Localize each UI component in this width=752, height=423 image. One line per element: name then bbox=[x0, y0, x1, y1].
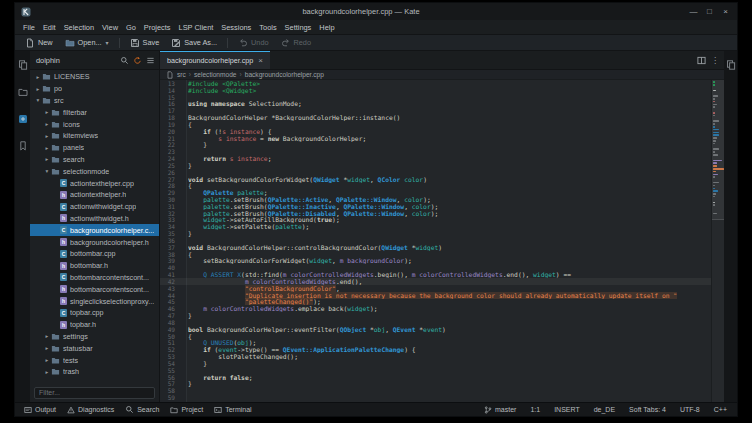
tree-item-licenses[interactable]: ▸LICENSES bbox=[30, 71, 159, 83]
status-toggle-diagnostics[interactable]: Diagnostics bbox=[62, 404, 119, 416]
maximize-button[interactable]: □ bbox=[703, 5, 716, 18]
dock-button-file-browser-icon[interactable] bbox=[18, 83, 28, 101]
status-toggle-output[interactable]: Output bbox=[19, 404, 61, 416]
expand-arrow-icon[interactable]: ▸ bbox=[43, 109, 51, 115]
tree-item-po[interactable]: ▸po bbox=[30, 83, 159, 95]
tree-item-actiontexthelper-h[interactable]: hactiontexthelper.h bbox=[30, 189, 159, 201]
search-icon[interactable] bbox=[120, 51, 129, 69]
expand-arrow-icon[interactable]: ▸ bbox=[34, 74, 42, 80]
expand-arrow-icon[interactable]: ▸ bbox=[43, 345, 51, 351]
status-de-de[interactable]: de_DE bbox=[588, 406, 621, 413]
tree-item-bottombar-h[interactable]: hbottombar.h bbox=[30, 260, 159, 272]
refresh-icon[interactable] bbox=[133, 51, 142, 69]
expand-arrow-icon[interactable]: ▸ bbox=[43, 156, 51, 162]
menu-sessions[interactable]: Sessions bbox=[217, 22, 255, 33]
expand-arrow-icon[interactable]: ▸ bbox=[43, 145, 51, 151]
hamburger-menu-icon[interactable] bbox=[146, 51, 155, 69]
open-button[interactable]: Open...▾ bbox=[60, 37, 114, 49]
chevron-down-icon: ▾ bbox=[106, 39, 109, 46]
tree-item-actiontexthelper-cpp[interactable]: Cactiontexthelper.cpp bbox=[30, 177, 159, 189]
tree-item-label: search bbox=[63, 155, 85, 164]
menu-tools[interactable]: Tools bbox=[255, 22, 280, 33]
tree-item-search[interactable]: ▸search bbox=[30, 154, 159, 166]
tree-item-label: statusbar bbox=[63, 344, 93, 353]
tree-item-trash[interactable]: ▸trash bbox=[30, 366, 159, 378]
tree-item-topbar-cpp[interactable]: Ctopbar.cpp bbox=[30, 307, 159, 319]
tab-label: backgroundcolorhelper.cpp bbox=[167, 56, 253, 65]
tree-item-bottombarcontentscont[interactable]: Cbottombarcontentscont... bbox=[30, 272, 159, 284]
dock-button-documents-icon[interactable] bbox=[18, 56, 28, 74]
status-toggle-search[interactable]: Search bbox=[120, 404, 164, 416]
expand-arrow-icon[interactable]: ▸ bbox=[43, 333, 51, 339]
status-soft-tabs-4[interactable]: Soft Tabs: 4 bbox=[623, 406, 672, 413]
tab-close-icon[interactable]: × bbox=[258, 57, 263, 65]
menu-settings[interactable]: Settings bbox=[281, 22, 316, 33]
tab-backgroundcolorhelper-cpp[interactable]: backgroundcolorhelper.cpp× bbox=[160, 51, 270, 69]
dock-button-bookmarks-icon[interactable] bbox=[18, 137, 28, 155]
tree-item-selectionmode[interactable]: ▾selectionmode bbox=[30, 165, 159, 177]
tree-item-kitemviews[interactable]: ▸kitemviews bbox=[30, 130, 159, 142]
tree-item-backgroundcolorhelper-h[interactable]: hbackgroundcolorhelper.h bbox=[30, 236, 159, 248]
expand-arrow-icon[interactable]: ▾ bbox=[34, 97, 42, 103]
cpp-file-icon: C bbox=[60, 203, 67, 211]
menu-view[interactable]: View bbox=[98, 22, 122, 33]
tree-item-topbar-h[interactable]: htopbar.h bbox=[30, 319, 159, 331]
dock-button-projects-icon[interactable] bbox=[18, 110, 28, 128]
cpp-file-icon: C bbox=[60, 179, 67, 187]
breadcrumb-item-selectionmode[interactable]: selectionmode bbox=[194, 71, 237, 78]
right-sidebar-dock bbox=[724, 51, 737, 402]
tree-item-actionwithwidget-h[interactable]: hactionwithwidget.h bbox=[30, 213, 159, 225]
menu-lsp-client[interactable]: LSP Client bbox=[175, 22, 218, 33]
close-button[interactable]: × bbox=[719, 5, 732, 18]
split-view-icon[interactable] bbox=[697, 51, 706, 69]
tree-item-tests[interactable]: ▸tests bbox=[30, 354, 159, 366]
undo-icon bbox=[238, 38, 248, 48]
tree-item-label: bottombarcontentscont... bbox=[70, 285, 149, 294]
menu-edit[interactable]: Edit bbox=[39, 22, 60, 33]
status-master[interactable]: master bbox=[478, 406, 522, 414]
status-toggle-project[interactable]: Project bbox=[165, 404, 208, 416]
tree-item-bottombarcontentscont[interactable]: hbottombarcontentscont... bbox=[30, 283, 159, 295]
status-insert[interactable]: INSERT bbox=[548, 406, 586, 413]
save-button[interactable]: Save bbox=[125, 37, 165, 49]
save-as-button[interactable]: Save As... bbox=[166, 37, 222, 49]
tree-item-filterbar[interactable]: ▸filterbar bbox=[30, 106, 159, 118]
status-toggle-terminal[interactable]: Terminal bbox=[209, 404, 256, 416]
tree-item-bottombar-cpp[interactable]: Cbottombar.cpp bbox=[30, 248, 159, 260]
menu-go[interactable]: Go bbox=[122, 22, 140, 33]
menu-projects[interactable]: Projects bbox=[140, 22, 175, 33]
tree-item-src[interactable]: ▾src bbox=[30, 95, 159, 107]
minimap-scrollbar[interactable] bbox=[711, 80, 724, 402]
tree-item-panels[interactable]: ▸panels bbox=[30, 142, 159, 154]
tree-item-statusbar[interactable]: ▸statusbar bbox=[30, 342, 159, 354]
tree-item-backgroundcolorhelper-c[interactable]: Cbackgroundcolorhelper.c... bbox=[30, 224, 159, 236]
tree-item-icons[interactable]: ▸icons bbox=[30, 118, 159, 130]
expand-arrow-icon[interactable]: ▾ bbox=[43, 168, 51, 174]
status-c[interactable]: C++ bbox=[708, 406, 733, 413]
new-button[interactable]: New bbox=[20, 37, 58, 49]
expand-arrow-icon[interactable]: ▸ bbox=[43, 357, 51, 363]
expand-arrow-icon[interactable]: ▸ bbox=[34, 86, 42, 92]
menu-help[interactable]: Help bbox=[315, 22, 338, 33]
menu-selection[interactable]: Selection bbox=[60, 22, 98, 33]
code-editor[interactable]: 13#include <QPalette>14#include <QWidget… bbox=[160, 80, 711, 402]
breadcrumb-item-src[interactable]: src bbox=[177, 71, 186, 78]
menu-file[interactable]: File bbox=[19, 22, 39, 33]
status-utf-8[interactable]: UTF-8 bbox=[674, 406, 706, 413]
expand-arrow-icon[interactable]: ▸ bbox=[43, 121, 51, 127]
minimize-button[interactable]: — bbox=[687, 5, 700, 18]
dock-button-documents-icon[interactable] bbox=[726, 56, 736, 74]
breadcrumb-item-backgroundcolorhelper-cpp[interactable]: backgroundcolorhelper.cpp bbox=[245, 71, 324, 78]
tree-item-settings[interactable]: ▸settings bbox=[30, 331, 159, 343]
expand-arrow-icon[interactable]: ▸ bbox=[43, 369, 51, 375]
minimap-line bbox=[713, 168, 724, 170]
window-titlebar[interactable]: backgroundcolorhelper.cpp — Kate — □ × bbox=[15, 3, 737, 20]
tree-item-actionwithwidget-cpp[interactable]: Cactionwithwidget.cpp bbox=[30, 201, 159, 213]
h-file-icon: h bbox=[60, 321, 67, 329]
status-1-1[interactable]: 1:1 bbox=[524, 406, 546, 413]
tree-item-singleclickselectionproxy[interactable]: hsingleclickselectionproxy... bbox=[30, 295, 159, 307]
more-options-icon[interactable]: ⋮ bbox=[711, 56, 719, 65]
filter-input[interactable] bbox=[34, 387, 155, 399]
folder-icon bbox=[51, 332, 60, 341]
expand-arrow-icon[interactable]: ▸ bbox=[43, 133, 51, 139]
